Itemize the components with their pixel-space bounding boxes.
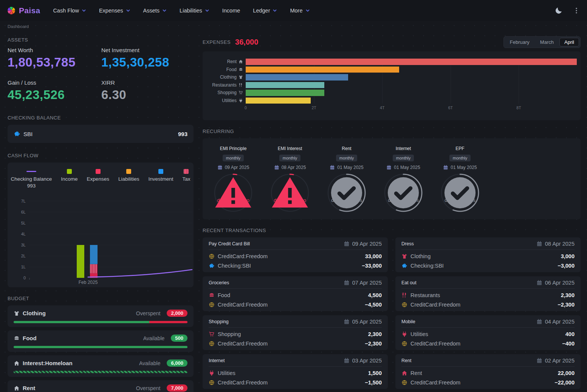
chevron-down-icon: [305, 8, 310, 13]
posting-row: Checking:SBI−3,000: [401, 261, 575, 270]
stat-value: 45,23,526: [8, 88, 101, 102]
legend-swatch: [96, 169, 101, 174]
nav-item-ledger[interactable]: Ledger: [253, 8, 277, 14]
app-logo[interactable]: Paisa: [7, 6, 40, 15]
plug-icon: [239, 98, 243, 103]
plug-icon: [209, 370, 215, 376]
recurring-item-emi-principle: EMI Principlemonthly09 Apr 202529.99Tdue…: [205, 146, 262, 219]
calendar-icon: [344, 358, 350, 364]
recurring-section-title: RECURRING: [203, 129, 581, 134]
recurring-progress-ring: 8.88due 7 days ago: [270, 173, 310, 212]
bar-label-restaurants: Restaurants: [205, 82, 246, 88]
tab-february[interactable]: February: [505, 38, 534, 46]
overflow-menu-button[interactable]: [573, 7, 580, 14]
dark-mode-toggle[interactable]: [554, 6, 563, 15]
interval-chip: monthly: [223, 155, 244, 161]
legend-swatch: [158, 169, 163, 174]
svg-text:1L: 1L: [21, 265, 26, 269]
legend-swatch: [67, 169, 72, 174]
calendar-icon: [536, 241, 542, 247]
expenses-x-axis: 02T4T6T8T: [246, 105, 577, 111]
posting-row: CreditCard:Freedom−2,300: [209, 339, 382, 348]
piggy-bank-icon: [14, 130, 20, 137]
posting-row: Clothing3,000: [401, 251, 575, 261]
top-nav: Paisa Cash FlowExpensesAssetsLiabilities…: [0, 0, 587, 21]
legend-item-tax[interactable]: Tax: [182, 169, 190, 183]
svg-text:6L: 6L: [21, 210, 26, 214]
cart-icon: [209, 331, 215, 337]
legend-swatch: [184, 169, 189, 174]
calendar-icon: [330, 165, 335, 170]
posting-row: Checking:SBI−33,000: [209, 261, 382, 270]
recurring-item-rent: Rentmonthly01 May 202522Tdue in 16 days: [318, 146, 375, 219]
bar-label-rent: Rent: [205, 59, 246, 65]
nav-item-expenses[interactable]: Expenses: [99, 8, 130, 14]
tab-april[interactable]: April: [559, 38, 579, 46]
interval-chip: monthly: [279, 155, 301, 161]
posting-row: Rent22,000: [401, 368, 575, 378]
nav-menu: Cash FlowExpensesAssetsLiabilitiesIncome…: [53, 8, 310, 14]
nav-item-cash-flow[interactable]: Cash Flow: [53, 8, 86, 14]
chevron-down-icon: [162, 8, 167, 13]
tshirt-icon: [239, 75, 243, 79]
svg-text:3L: 3L: [21, 243, 26, 247]
bar-rent: [246, 59, 577, 65]
checking-account-sbi: SBI993: [8, 125, 194, 143]
transaction-pay-credit-card-bill: Pay Credit Card Bill09 Apr 2025CreditCar…: [203, 237, 388, 272]
posting-row: CreditCard:Freedom33,000: [209, 251, 382, 261]
tab-march[interactable]: March: [535, 38, 559, 46]
cashflow-chart: 7L6L5L4L3L2L1L0Feb 2025: [8, 189, 194, 286]
moon-icon: [554, 6, 563, 15]
stat-net-worth: Net Worth1,80,53,785: [8, 47, 101, 70]
calendar-icon: [386, 165, 392, 170]
transaction-dress: Dress08 Apr 2025Clothing3,000Checking:SB…: [395, 237, 581, 272]
stat-value: 6.30: [101, 88, 194, 102]
bar-label-shopping: Shopping: [205, 90, 246, 96]
nav-item-liabilities[interactable]: Liabilities: [180, 8, 209, 14]
svg-text:7L: 7L: [21, 199, 26, 203]
nav-item-income[interactable]: Income: [222, 8, 240, 14]
recurring-item-epf: EPFmonthly01 May 202539.85Tdue in 16 day…: [432, 146, 488, 219]
budget-section-title: BUDGET: [8, 296, 194, 301]
warning-triangle-icon: [287, 183, 293, 189]
warning-triangle-icon: [230, 183, 237, 189]
checking-section-title: CHECKING BALANCE: [8, 115, 194, 121]
nav-item-assets[interactable]: Assets: [143, 8, 167, 14]
chevron-down-icon: [205, 8, 209, 13]
interval-chip: monthly: [336, 155, 358, 161]
globe-icon: [401, 302, 407, 308]
month-tabs: FebruaryMarchApril: [503, 36, 581, 48]
stat-net-investment: Net Investment1,35,30,258: [101, 47, 194, 70]
transaction-internet: Internet03 Apr 2025Utilities1,500CreditC…: [203, 354, 388, 389]
nav-item-more[interactable]: More: [290, 8, 310, 14]
piggy-bank-icon: [401, 263, 407, 269]
posting-row: Food4,500: [209, 290, 382, 300]
calendar-icon: [344, 319, 350, 325]
burger-icon: [14, 335, 20, 341]
posting-row: Utilities1,500: [209, 368, 382, 378]
transaction-rent: Rent02 Apr 2025Rent22,000CreditCard:Free…: [395, 354, 581, 389]
bar-utilities: [246, 98, 311, 104]
bar-shopping: [246, 90, 324, 96]
budget-item-clothing: ClothingOverspent2,000: [8, 305, 194, 327]
transaction-shopping: Shopping05 Apr 2025Shopping2,300CreditCa…: [203, 315, 388, 350]
legend-swatch: [126, 169, 131, 174]
legend-item-liabilities[interactable]: Liabilities: [118, 169, 139, 183]
budget-progress-bar: [14, 321, 187, 323]
legend-item-checking-balance[interactable]: Checking Balance993: [11, 169, 52, 189]
check-circle-icon: [400, 183, 407, 189]
budget-amount-badge: 6,000: [167, 359, 187, 367]
legend-item-expenses[interactable]: Expenses: [87, 169, 109, 183]
assets-section-title: ASSETS: [8, 37, 194, 43]
legend-item-income[interactable]: Income: [61, 169, 77, 183]
recurring-item-emi-interest: EMI Interestmonthly08 Apr 20258.88due 7 …: [262, 146, 318, 219]
posting-row: CreditCard:Freedom−22,000: [401, 378, 575, 387]
legend-item-investment[interactable]: Investment: [148, 169, 173, 183]
breadcrumb: Dashboard: [0, 21, 587, 29]
transaction-eat-out: Eat out06 Apr 2025Restaurants2,300Credit…: [395, 276, 581, 311]
expenses-total: 36,000: [235, 38, 258, 46]
expenses-section-title: EXPENSES: [203, 39, 231, 45]
calendar-icon: [344, 241, 350, 247]
svg-text:Feb 2025: Feb 2025: [79, 280, 98, 285]
utensils-icon: [239, 83, 243, 87]
